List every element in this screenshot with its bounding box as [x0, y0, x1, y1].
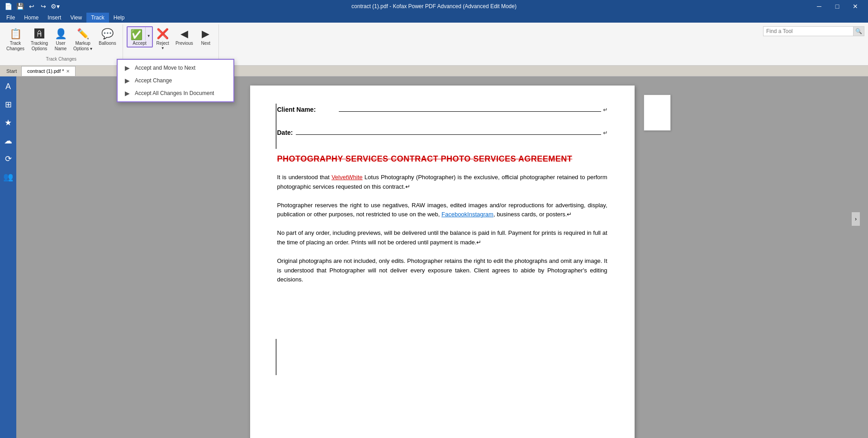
menu-track[interactable]: Track — [86, 13, 109, 23]
markup-options-label: MarkupOptions ▾ — [73, 41, 92, 52]
client-name-field: Client Name: ↵ — [277, 104, 607, 113]
minimize-button[interactable]: ─ — [810, 0, 828, 13]
reject-label: Reject — [157, 41, 169, 46]
save-icon[interactable]: 💾 — [15, 2, 24, 11]
next-label: Next — [201, 41, 211, 46]
markup-options-icon: ✏️ — [77, 28, 89, 40]
next-icon: ▶ — [202, 28, 209, 40]
balloons-label: Balloons — [99, 41, 116, 46]
sidebar-pages-icon[interactable]: ⊞ — [2, 98, 14, 111]
sidebar-bookmarks-icon[interactable]: ★ — [2, 116, 14, 129]
tab-start-label: Start — [2, 67, 21, 75]
sidebar-sync-icon[interactable]: ⟳ — [2, 152, 14, 165]
main-area: A ⊞ ★ ☁ ⟳ 👥 › Client Name: ↵ Date: — [0, 76, 868, 438]
menu-bar: File Home Insert View Track Help — [0, 13, 868, 23]
menu-view[interactable]: View — [66, 13, 86, 23]
date-underline[interactable] — [296, 127, 601, 135]
find-search-button[interactable]: 🔍 — [854, 26, 864, 36]
page-thumbnail — [644, 95, 671, 131]
velvet-white-link[interactable]: VelvetWhite — [332, 174, 363, 181]
app-icon: 📄 — [4, 2, 13, 11]
ribbon-buttons-changes: ✅ ▼ Accept ❌ Reject ▼ ◀ Previous — [127, 26, 215, 52]
window-controls: ─ □ ✕ — [810, 0, 864, 13]
menu-insert[interactable]: Insert — [43, 13, 66, 23]
ribbon-group-changes: ✅ ▼ Accept ❌ Reject ▼ ◀ Previous — [123, 24, 219, 63]
document-page: Client Name: ↵ Date: ↵ PHOTOGRAPHY SERVI… — [250, 86, 635, 438]
balloons-button[interactable]: 💬 Balloons — [96, 26, 119, 48]
date-label: Date: — [277, 129, 293, 136]
facebook-instagram-link[interactable]: FacebookInstagram — [441, 211, 493, 218]
user-name-button[interactable]: 👤 UserName — [52, 26, 70, 53]
accept-all-item[interactable]: ▶ Accept All Changes In Document — [118, 87, 233, 100]
markup-options-button[interactable]: ✏️ MarkupOptions ▾ — [71, 26, 95, 53]
doc-para-2: Photographer reserves the right to use n… — [277, 201, 607, 220]
user-name-icon: 👤 — [55, 28, 67, 40]
find-tool-input[interactable] — [763, 26, 854, 36]
window-title: contract (1).pdf - Kofax Power PDF Advan… — [0, 3, 868, 10]
accept-move-next-icon: ▶ — [123, 64, 131, 71]
title-bar-left: 📄 💾 ↩ ↪ ⚙▾ — [4, 2, 60, 11]
track-changes-button[interactable]: 📋 TrackChanges — [4, 26, 27, 53]
title-bar: 📄 💾 ↩ ↪ ⚙▾ contract (1).pdf - Kofax Powe… — [0, 0, 868, 13]
accept-move-next-label: Accept and Move to Next — [135, 65, 195, 71]
reject-button[interactable]: ❌ Reject ▼ — [154, 26, 172, 52]
accept-change-icon: ▶ — [123, 77, 131, 84]
menu-home[interactable]: Home — [19, 13, 43, 23]
document-body: It is understood that VelvetWhite Lotus … — [277, 173, 607, 285]
change-bar-2 — [275, 339, 277, 375]
track-changes-label: TrackChanges — [6, 41, 24, 52]
tracking-options-button[interactable]: 🅰 TrackingOptions — [28, 26, 51, 53]
accept-icon: ✅ — [130, 29, 142, 41]
reject-icon: ❌ — [157, 28, 169, 40]
doc-para-3: No part of any order, including previews… — [277, 229, 607, 248]
previous-label: Previous — [175, 41, 193, 46]
menu-help[interactable]: Help — [109, 13, 129, 23]
sidebar-cloud-icon[interactable]: ☁ — [2, 134, 14, 147]
accept-move-next-item[interactable]: ▶ Accept and Move to Next — [118, 62, 233, 74]
tracking-options-label: TrackingOptions — [31, 41, 48, 52]
date-field: Date: ↵ — [277, 127, 607, 136]
accept-top: ✅ ▼ — [128, 27, 152, 41]
sidebar-people-icon[interactable]: 👥 — [2, 171, 14, 183]
right-edge-arrow[interactable]: › — [852, 212, 860, 226]
sidebar-text-icon[interactable]: A — [2, 80, 14, 93]
doc-para-4: Original photographs are not included, o… — [277, 257, 607, 285]
document-title: PHOTOGRAPHY SERVICES CONTRACT PHOTO SERV… — [277, 154, 607, 164]
document-tab-label: contract (1).pdf * — [27, 68, 64, 74]
track-changes-group-label: Track Changes — [46, 57, 76, 62]
user-name-label: UserName — [55, 41, 67, 52]
accept-all-icon: ▶ — [123, 90, 131, 97]
tracking-options-icon: 🅰 — [34, 28, 44, 40]
balloons-icon: 💬 — [101, 28, 114, 40]
close-button[interactable]: ✕ — [846, 0, 864, 13]
accept-label[interactable]: Accept — [128, 41, 152, 47]
date-arrow: ↵ — [603, 130, 607, 136]
next-button[interactable]: ▶ Next — [197, 26, 215, 48]
tab-close-button[interactable]: ✕ — [66, 69, 70, 74]
ribbon-buttons-track: 📋 TrackChanges 🅰 TrackingOptions 👤 UserN… — [4, 26, 119, 53]
accept-icon-area: ✅ — [128, 27, 145, 41]
accept-arrow-icon: ▼ — [147, 34, 151, 38]
customize-icon[interactable]: ⚙▾ — [51, 2, 60, 11]
change-bar-1 — [275, 104, 277, 149]
maximize-button[interactable]: □ — [828, 0, 846, 13]
menu-file[interactable]: File — [2, 13, 19, 23]
accept-change-label: Accept Change — [135, 77, 172, 84]
client-name-arrow: ↵ — [603, 107, 607, 113]
document-area[interactable]: › Client Name: ↵ Date: ↵ PHOTOGRAPHY SER… — [16, 76, 868, 438]
previous-button[interactable]: ◀ Previous — [173, 26, 196, 48]
track-changes-icon: 📋 — [9, 28, 22, 40]
accept-change-item[interactable]: ▶ Accept Change — [118, 74, 233, 87]
accept-dropdown-arrow[interactable]: ▼ — [145, 27, 152, 41]
client-name-label: Client Name: — [277, 106, 336, 113]
doc-para-1: It is understood that VelvetWhite Lotus … — [277, 173, 607, 192]
client-name-underline[interactable] — [339, 104, 601, 112]
redo-icon[interactable]: ↪ — [39, 2, 48, 11]
accept-all-label: Accept All Changes In Document — [135, 90, 214, 96]
previous-icon: ◀ — [180, 28, 188, 40]
undo-icon[interactable]: ↩ — [27, 2, 36, 11]
accept-wrap: ✅ ▼ Accept — [127, 26, 153, 48]
find-tool-area: 🔍 — [759, 24, 868, 38]
document-tab[interactable]: contract (1).pdf * ✕ — [21, 66, 75, 76]
ribbon-group-track-changes: 📋 TrackChanges 🅰 TrackingOptions 👤 UserN… — [0, 24, 123, 63]
